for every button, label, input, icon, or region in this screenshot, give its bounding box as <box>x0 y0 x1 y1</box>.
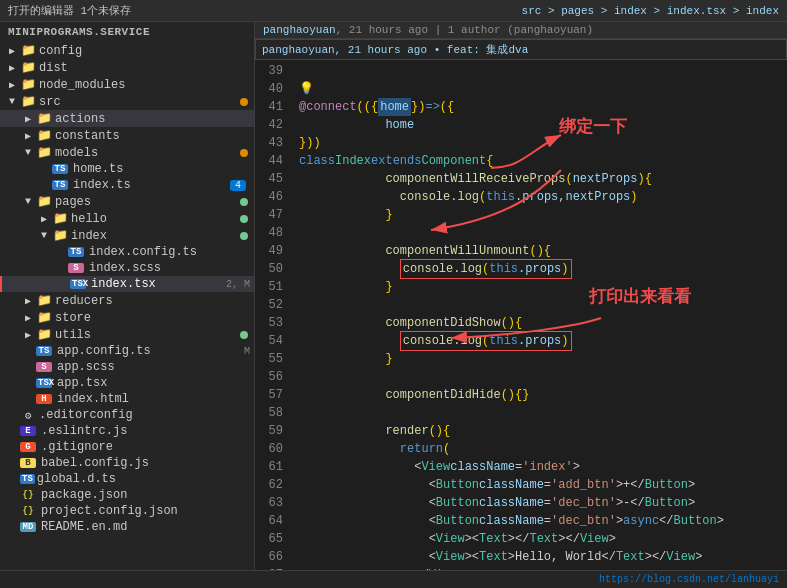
tree-item-pages[interactable]: ▼ 📁 pages <box>0 193 254 210</box>
line-numbers: 39 40 41 42 43 44 45 46 47 48 49 50 51 5… <box>255 60 291 570</box>
scss-icon: S <box>68 263 84 273</box>
tree-item[interactable]: ▶ 📁 config <box>0 42 254 59</box>
expand-arrow: ▼ <box>20 196 36 207</box>
tooltip-text: panghaoyuan, 21 hours ago • feat: 集成dva <box>262 42 528 57</box>
sidebar: MINIPROGRAMS.SERVICE ▶ 📁 config ▶ 📁 dist… <box>0 22 255 570</box>
folder-icon: 📁 <box>20 60 36 75</box>
tree-item-index-html[interactable]: ▶ H index.html <box>0 391 254 407</box>
code-line: } <box>291 350 787 368</box>
spacer: ▶ <box>52 262 68 274</box>
expand-arrow: ▼ <box>4 96 20 107</box>
tree-item-hello[interactable]: ▶ 📁 hello <box>0 210 254 227</box>
item-label: constants <box>55 129 254 143</box>
expand-arrow: ▶ <box>20 113 36 125</box>
item-label: actions <box>55 112 254 126</box>
tree-item-babel[interactable]: ▶ B babel.config.js <box>0 455 254 471</box>
item-label: .eslintrc.js <box>41 424 254 438</box>
tree-item-project-config[interactable]: ▶ {} project.config.json <box>0 503 254 519</box>
tree-item-models[interactable]: ▼ 📁 models <box>0 144 254 161</box>
folder-icon: 📁 <box>20 94 36 109</box>
tree-item-index-tsx[interactable]: ▶ TSX index.tsx 2, M <box>0 276 254 292</box>
ts-icon: TS <box>36 346 52 356</box>
bottom-url: https://blog.csdn.net/lanhuayi <box>599 574 779 585</box>
code-line: home <box>291 116 787 134</box>
item-label: config <box>39 44 254 58</box>
expand-arrow: ▶ <box>20 312 36 324</box>
item-label: app.config.ts <box>57 344 244 358</box>
item-label: .editorconfig <box>39 408 254 422</box>
spacer: ▶ <box>4 409 20 421</box>
ts-icon: TS <box>52 180 68 190</box>
modified-dot <box>240 149 248 157</box>
item-label: index.tsx <box>91 277 226 291</box>
item-label: app.scss <box>57 360 254 374</box>
item-label: index.scss <box>89 261 254 275</box>
git-author: panghaoyuan <box>263 24 336 36</box>
item-label: babel.config.js <box>41 456 254 470</box>
tree-item-actions[interactable]: ▶ 📁 actions <box>0 110 254 127</box>
git-info-bar: panghaoyuan, 21 hours ago | 1 author (pa… <box>255 22 787 39</box>
tree-item-package[interactable]: ▶ {} package.json <box>0 487 254 503</box>
folder-icon: 📁 <box>36 327 52 342</box>
item-label: node_modules <box>39 78 254 92</box>
folder-icon: 📁 <box>20 77 36 92</box>
tree-item[interactable]: ▶ 📁 node_modules <box>0 76 254 93</box>
code-line: </View> <box>291 566 787 570</box>
main-container: MINIPROGRAMS.SERVICE ▶ 📁 config ▶ 📁 dist… <box>0 22 787 570</box>
folder-icon: 📁 <box>36 293 52 308</box>
folder-icon: 📁 <box>36 194 52 209</box>
tree-item-utils[interactable]: ▶ 📁 utils <box>0 326 254 343</box>
item-label: reducers <box>55 294 254 308</box>
tree-item-app-scss[interactable]: ▶ S app.scss <box>0 359 254 375</box>
modified-dot <box>240 98 248 106</box>
hover-tooltip: panghaoyuan, 21 hours ago • feat: 集成dva <box>255 39 787 60</box>
breadcrumb: src > pages > index > index.tsx > index <box>522 5 779 17</box>
tree-item-home-ts[interactable]: ▶ TS home.ts <box>0 161 254 177</box>
expand-arrow: ▼ <box>36 230 52 241</box>
folder-icon: 📁 <box>52 211 68 226</box>
badge: M <box>244 346 250 357</box>
tree-item-app-config[interactable]: ▶ TS app.config.ts M <box>0 343 254 359</box>
title-text: 打开的编辑器 1个未保存 <box>8 3 131 18</box>
tree-item-index-folder[interactable]: ▼ 📁 index <box>0 227 254 244</box>
item-label: README.en.md <box>41 520 254 534</box>
folder-icon: 📁 <box>20 43 36 58</box>
git-icon: G <box>20 442 36 452</box>
tree-item-gitignore[interactable]: ▶ G .gitignore <box>0 439 254 455</box>
tree-item-index-scss[interactable]: ▶ S index.scss <box>0 260 254 276</box>
spacer: ▶ <box>4 425 20 437</box>
bottom-bar: https://blog.csdn.net/lanhuayi <box>0 570 787 588</box>
spacer: ▶ <box>4 489 20 501</box>
config-icon: ⚙ <box>20 409 36 422</box>
tree-item-store[interactable]: ▶ 📁 store <box>0 309 254 326</box>
badge: 4 <box>230 180 246 191</box>
tree-item[interactable]: ▼ 📁 src <box>0 93 254 110</box>
item-label: global.d.ts <box>37 472 254 486</box>
expand-arrow: ▶ <box>36 213 52 225</box>
tree-item-eslintrc[interactable]: ▶ E .eslintrc.js <box>0 423 254 439</box>
item-label: index.ts <box>73 178 230 192</box>
code-line: } <box>291 206 787 224</box>
folder-icon: 📁 <box>36 145 52 160</box>
spacer: ▶ <box>20 361 36 373</box>
folder-icon: 📁 <box>36 128 52 143</box>
title-bar: 打开的编辑器 1个未保存 src > pages > index > index… <box>0 0 787 22</box>
item-label: utils <box>55 328 240 342</box>
green-dot <box>240 331 248 339</box>
code-line <box>291 62 787 80</box>
eslint-icon: E <box>20 426 36 436</box>
item-label: src <box>39 95 240 109</box>
spacer: ▶ <box>36 179 52 191</box>
tree-item-index-config[interactable]: ▶ TS index.config.ts <box>0 244 254 260</box>
tree-item-index-ts[interactable]: ▶ TS index.ts 4 <box>0 177 254 193</box>
green-dot <box>240 232 248 240</box>
sidebar-header: MINIPROGRAMS.SERVICE <box>0 22 254 42</box>
item-label: project.config.json <box>41 504 254 518</box>
tree-item-reducers[interactable]: ▶ 📁 reducers <box>0 292 254 309</box>
tree-item-readme[interactable]: ▶ MD README.en.md <box>0 519 254 535</box>
tree-item-global-d[interactable]: ▶ TS global.d.ts <box>0 471 254 487</box>
tree-item-app-tsx[interactable]: ▶ TSX app.tsx <box>0 375 254 391</box>
tree-item-constants[interactable]: ▶ 📁 constants <box>0 127 254 144</box>
tree-item[interactable]: ▶ 📁 dist <box>0 59 254 76</box>
tree-item-editorconfig[interactable]: ▶ ⚙ .editorconfig <box>0 407 254 423</box>
